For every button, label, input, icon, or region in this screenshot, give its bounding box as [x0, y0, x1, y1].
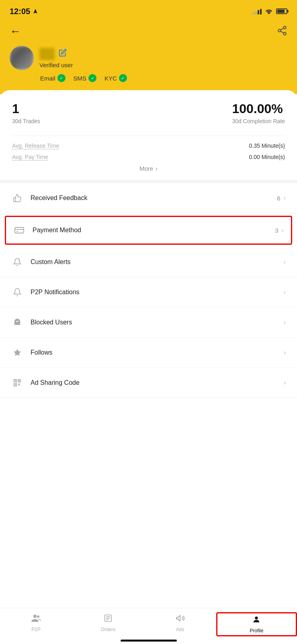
avg-pay-value: 0.00 Minute(s): [249, 154, 285, 160]
svg-line-3: [281, 31, 283, 33]
feedback-chevron: ›: [284, 194, 286, 202]
nav-item-p2p[interactable]: P2P: [0, 612, 72, 634]
svg-point-2: [283, 32, 286, 35]
completion-label: 30d Completion Rate: [232, 118, 285, 124]
trades-label: 30d Trades: [12, 118, 40, 124]
avg-pay-label: Avg. Pay Time: [12, 154, 48, 160]
kyc-check-icon: ✓: [119, 74, 127, 82]
svg-point-1: [278, 29, 281, 32]
nav-item-profile[interactable]: Profile: [216, 612, 297, 636]
menu-item-alerts[interactable]: $ Custom Alerts ›: [0, 247, 297, 277]
nav-item-orders[interactable]: Orders: [72, 612, 144, 634]
svg-rect-14: [19, 380, 20, 382]
payment-count: 3: [275, 227, 278, 234]
sharing-chevron: ›: [284, 379, 286, 386]
svg-rect-5: [15, 227, 24, 233]
svg-text:$: $: [18, 259, 20, 262]
trades-stat: 1 30d Trades: [12, 101, 40, 124]
ghost-icon: [11, 316, 23, 328]
blocked-label: Blocked Users: [31, 319, 284, 326]
menu-item-notifications[interactable]: P2P Notifications ›: [0, 277, 297, 308]
verified-label: Verified user: [39, 62, 73, 68]
status-bar: 12:05: [0, 0, 297, 20]
menu-list: Received Feedback 6 › Payment Method 3 ›…: [0, 183, 297, 398]
person-icon: [252, 615, 261, 626]
menu-item-payment[interactable]: Payment Method 3 ›: [5, 216, 292, 245]
signal-icon: [253, 8, 262, 14]
avatar: [10, 46, 34, 70]
bell-dollar-icon: $: [11, 256, 23, 268]
avg-pay-row: Avg. Pay Time 0.00 Minute(s): [12, 154, 285, 160]
menu-item-feedback[interactable]: Received Feedback 6 ›: [0, 183, 297, 213]
menu-item-blocked[interactable]: Blocked Users ›: [0, 308, 297, 338]
svg-rect-15: [15, 384, 16, 386]
share-icon: [277, 25, 287, 36]
payment-label: Payment Method: [33, 227, 275, 234]
svg-point-0: [283, 26, 286, 29]
email-check-icon: ✓: [57, 74, 66, 82]
header-area: ← Verified user: [0, 20, 297, 94]
stats-row: 1 30d Trades 100.00% 30d Completion Rate: [12, 101, 285, 124]
completion-value: 100.00%: [232, 101, 285, 116]
avg-release-label: Avg. Release Time: [12, 142, 59, 149]
edit-profile-button[interactable]: [59, 49, 67, 59]
sms-check-icon: ✓: [88, 74, 96, 82]
follows-chevron: ›: [284, 349, 286, 356]
feedback-count: 6: [277, 195, 280, 202]
qr-code-icon: [11, 377, 23, 389]
credit-card-icon: [13, 224, 25, 236]
battery-icon: [276, 8, 287, 14]
username-block: [39, 48, 55, 60]
svg-marker-9: [14, 349, 21, 356]
back-button[interactable]: ←: [10, 25, 21, 38]
profile-nav-label: Profile: [250, 628, 263, 634]
bell-icon: [11, 286, 23, 298]
status-time: 12:05: [10, 7, 38, 16]
avg-release-row: Avg. Release Time 0.35 Minute(s): [12, 142, 285, 149]
status-icons: [253, 8, 287, 14]
edit-icon: [59, 49, 67, 57]
blocked-chevron: ›: [284, 319, 286, 326]
bottom-nav: P2P Orders Ads: [0, 608, 297, 644]
verification-badges: Email ✓ SMS ✓ KYC ✓: [40, 74, 287, 82]
sharing-label: Ad Sharing Code: [31, 379, 284, 386]
svg-point-30: [33, 615, 37, 618]
star-icon: [11, 347, 23, 359]
orders-nav-label: Orders: [101, 627, 116, 632]
svg-rect-26: [20, 384, 20, 384]
alerts-label: Custom Alerts: [31, 258, 284, 266]
thumbs-up-icon: [11, 192, 23, 204]
ads-nav-label: Ads: [176, 627, 184, 632]
svg-rect-29: [19, 384, 20, 385]
menu-item-follows[interactable]: Follows ›: [0, 338, 297, 368]
follows-label: Follows: [31, 349, 284, 356]
wifi-icon: [265, 8, 273, 14]
sms-badge: SMS ✓: [74, 74, 97, 82]
navigation-icon: [33, 8, 38, 14]
p2p-nav-label: P2P: [31, 627, 41, 632]
people-icon: [31, 614, 41, 625]
more-button[interactable]: More ›: [12, 165, 285, 172]
home-indicator: [121, 640, 177, 642]
svg-line-4: [281, 28, 283, 30]
payment-chevron: ›: [282, 227, 284, 234]
svg-point-31: [37, 615, 39, 618]
avg-release-value: 0.35 Minute(s): [249, 142, 285, 149]
svg-rect-27: [18, 385, 19, 386]
email-badge: Email ✓: [40, 74, 66, 82]
notifications-label: P2P Notifications: [31, 289, 284, 296]
svg-rect-28: [20, 385, 20, 386]
megaphone-icon: [175, 614, 185, 625]
completion-stat: 100.00% 30d Completion Rate: [232, 101, 285, 124]
notifications-chevron: ›: [284, 289, 286, 296]
svg-point-36: [255, 617, 258, 619]
header-nav: ←: [10, 25, 287, 38]
stats-card: 1 30d Trades 100.00% 30d Completion Rate…: [0, 90, 297, 180]
alerts-chevron: ›: [284, 258, 286, 266]
share-button[interactable]: [277, 25, 287, 37]
kyc-badge: KYC ✓: [104, 74, 127, 82]
menu-item-sharing[interactable]: Ad Sharing Code ›: [0, 368, 297, 398]
feedback-label: Received Feedback: [31, 194, 277, 202]
orders-icon: [104, 614, 113, 625]
nav-item-ads[interactable]: Ads: [144, 612, 216, 634]
